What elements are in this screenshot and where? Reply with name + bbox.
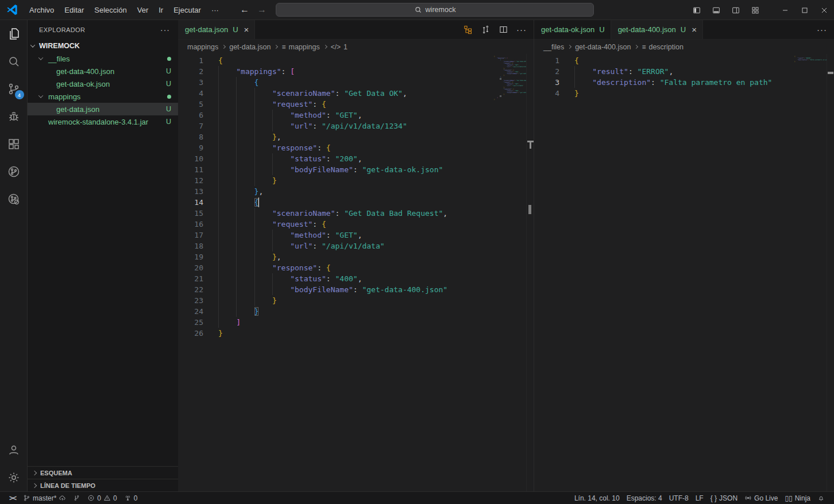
git-branch-status[interactable]: master* bbox=[20, 492, 70, 504]
code-line-1[interactable]: 1{ bbox=[534, 55, 794, 66]
menu-[interactable]: ··· bbox=[206, 0, 224, 20]
code-line-8[interactable]: 8}, bbox=[178, 131, 494, 142]
code-line-2[interactable]: 2"mappings": [ bbox=[178, 66, 494, 77]
remote-indicator[interactable]: >< bbox=[6, 492, 20, 504]
code-editor-2[interactable]: 1{2"result": "ERROR",3"description": "Fa… bbox=[534, 54, 794, 491]
toggle-sidebar-icon[interactable] bbox=[687, 0, 706, 20]
code-line-14[interactable]: 14{ bbox=[178, 197, 494, 208]
minimize-icon[interactable] bbox=[775, 0, 795, 20]
code-line-3[interactable]: 3{ bbox=[178, 77, 494, 88]
breadcrumb-item-mappings[interactable]: mappings bbox=[187, 43, 218, 51]
tree-item-get-data-ok.json[interactable]: get-data-ok.jsonU bbox=[28, 77, 178, 90]
navigate-back-icon[interactable]: ← bbox=[240, 5, 249, 15]
close-tab-icon[interactable]: × bbox=[244, 25, 249, 34]
notifications-bell[interactable] bbox=[814, 492, 828, 504]
overview-ruler-1[interactable] bbox=[526, 54, 534, 491]
tree-item-wiremock-standalone-3.4.1.jar[interactable]: wiremock-standalone-3.4.1.jarU bbox=[28, 115, 178, 128]
navigate-forward-icon[interactable]: → bbox=[257, 5, 267, 15]
activity-run-and-debug[interactable] bbox=[0, 103, 28, 130]
more-actions-icon[interactable]: ··· bbox=[516, 25, 527, 34]
breadcrumb-item-description[interactable]: ≡description bbox=[642, 43, 683, 51]
code-line-4[interactable]: 4} bbox=[534, 88, 794, 99]
section-l-nea-de-tiempo[interactable]: LÍNEA DE TIEMPO bbox=[28, 479, 178, 491]
tab-get-data.json[interactable]: get-data.jsonU× bbox=[178, 20, 255, 39]
command-center-search[interactable]: wiremock bbox=[276, 3, 594, 17]
activity-git-graph-extension[interactable] bbox=[0, 185, 28, 213]
close-tab-icon[interactable]: × bbox=[692, 25, 697, 34]
git-compare-status[interactable] bbox=[70, 492, 84, 504]
open-changes-icon[interactable] bbox=[481, 25, 491, 34]
menu-seleccin[interactable]: Selección bbox=[89, 0, 132, 20]
code-line-10[interactable]: 10"status": "200", bbox=[178, 153, 494, 164]
activity-accounts[interactable] bbox=[0, 436, 28, 464]
code-line-7[interactable]: 7"url": "/api/v1/data/1234" bbox=[178, 121, 494, 131]
indentation[interactable]: Espacios: 4 bbox=[623, 492, 666, 504]
code-line-26[interactable]: 26} bbox=[178, 328, 494, 339]
menu-archivo[interactable]: Archivo bbox=[24, 0, 59, 20]
code-line-9[interactable]: 9"response": { bbox=[178, 142, 494, 153]
code-line-22[interactable]: 22"bodyFileName": "get-data-400.json" bbox=[178, 284, 494, 295]
code-line-24[interactable]: 24} bbox=[178, 306, 494, 317]
code-line-25[interactable]: 25] bbox=[178, 317, 494, 328]
code-line-11[interactable]: 11"bodyFileName": "get-data-ok.json" bbox=[178, 164, 494, 175]
minimap-1[interactable]: { "mappings": [ { "scenarioName": "Get D… bbox=[494, 54, 526, 491]
activity-settings[interactable] bbox=[0, 464, 28, 491]
maximize-icon[interactable] bbox=[795, 0, 814, 20]
toggle-secondary-sidebar-icon[interactable] bbox=[726, 0, 746, 20]
section-esquema[interactable]: ESQUEMA bbox=[28, 466, 178, 479]
close-icon[interactable] bbox=[814, 0, 834, 20]
code-line-4[interactable]: 4"scenarioName": "Get Data OK", bbox=[178, 88, 494, 99]
breadcrumb-item-__files[interactable]: __files bbox=[543, 43, 564, 51]
tree-item-get-data.json[interactable]: get-data.jsonU bbox=[28, 103, 178, 115]
breadcrumb-item-get-data.json[interactable]: get-data.json bbox=[229, 43, 271, 51]
go-live-button[interactable]: Go Live bbox=[741, 492, 781, 504]
code-line-20[interactable]: 20"response": { bbox=[178, 262, 494, 273]
tree-root-wiremock[interactable]: WIREMOCK bbox=[28, 40, 178, 52]
code-line-21[interactable]: 21"status": "400", bbox=[178, 273, 494, 284]
code-line-17[interactable]: 17"method": "GET", bbox=[178, 230, 494, 241]
breadcrumb-item-get-data-400.json[interactable]: get-data-400.json bbox=[575, 43, 631, 51]
ports-status[interactable]: 0 bbox=[121, 492, 141, 504]
code-line-2[interactable]: 2"result": "ERROR", bbox=[534, 66, 794, 77]
activity-source-control[interactable]: 4 bbox=[0, 75, 28, 103]
cursor-position[interactable]: Lín. 14, col. 10 bbox=[571, 492, 623, 504]
json-outline-icon[interactable] bbox=[463, 25, 473, 34]
breadcrumb-item-mappings[interactable]: ≡mappings bbox=[281, 43, 319, 51]
menu-ejecutar[interactable]: Ejecutar bbox=[168, 0, 206, 20]
ninja-status[interactable]: ▯▯ Ninja bbox=[781, 492, 814, 504]
tree-item-get-data-400.json[interactable]: get-data-400.jsonU bbox=[28, 65, 178, 77]
activity-search[interactable] bbox=[0, 48, 28, 75]
code-line-15[interactable]: 15"scenarioName": "Get Data Bad Request"… bbox=[178, 208, 494, 219]
activity-extensions[interactable] bbox=[0, 130, 28, 158]
code-line-19[interactable]: 19}, bbox=[178, 251, 494, 262]
minimap-2[interactable]: { "result": "ERROR", "description": "Fal… bbox=[794, 54, 827, 491]
code-editor-1[interactable]: 1{2"mappings": [3{4"scenarioName": "Get … bbox=[178, 54, 494, 491]
activity-explorer[interactable] bbox=[0, 20, 28, 48]
code-line-18[interactable]: 18"url": "/api/v1/data" bbox=[178, 241, 494, 251]
problems-status[interactable]: 0 0 bbox=[84, 492, 120, 504]
tab-get-data-400.json[interactable]: get-data-400.jsonU× bbox=[611, 20, 703, 39]
more-actions-icon[interactable]: ··· bbox=[817, 25, 827, 34]
split-editor-icon[interactable] bbox=[499, 25, 508, 34]
code-line-1[interactable]: 1{ bbox=[178, 55, 494, 66]
code-line-5[interactable]: 5"request": { bbox=[178, 99, 494, 110]
toggle-panel-icon[interactable] bbox=[706, 0, 726, 20]
code-line-6[interactable]: 6"method": "GET", bbox=[178, 110, 494, 121]
overview-ruler-2[interactable] bbox=[827, 54, 834, 491]
menu-ir[interactable]: Ir bbox=[153, 0, 168, 20]
menu-ver[interactable]: Ver bbox=[132, 0, 154, 20]
tree-item-mappings[interactable]: mappings bbox=[28, 90, 178, 103]
encoding[interactable]: UTF-8 bbox=[666, 492, 692, 504]
tree-item-files[interactable]: __files bbox=[28, 52, 178, 65]
code-line-12[interactable]: 12} bbox=[178, 175, 494, 186]
code-line-23[interactable]: 23} bbox=[178, 295, 494, 306]
breadcrumb-item-1[interactable]: </>1 bbox=[331, 43, 348, 51]
tab-get-data-ok.json[interactable]: get-data-ok.jsonU bbox=[534, 20, 611, 39]
activity-remote-extension[interactable] bbox=[0, 158, 28, 185]
menu-editar[interactable]: Editar bbox=[59, 0, 89, 20]
code-line-16[interactable]: 16"request": { bbox=[178, 219, 494, 230]
code-line-3[interactable]: 3"description": "Falta parametro en path… bbox=[534, 77, 794, 88]
explorer-more-actions-icon[interactable]: ··· bbox=[160, 25, 170, 34]
eol-sequence[interactable]: LF bbox=[692, 492, 707, 504]
language-mode[interactable]: { } JSON bbox=[707, 492, 741, 504]
